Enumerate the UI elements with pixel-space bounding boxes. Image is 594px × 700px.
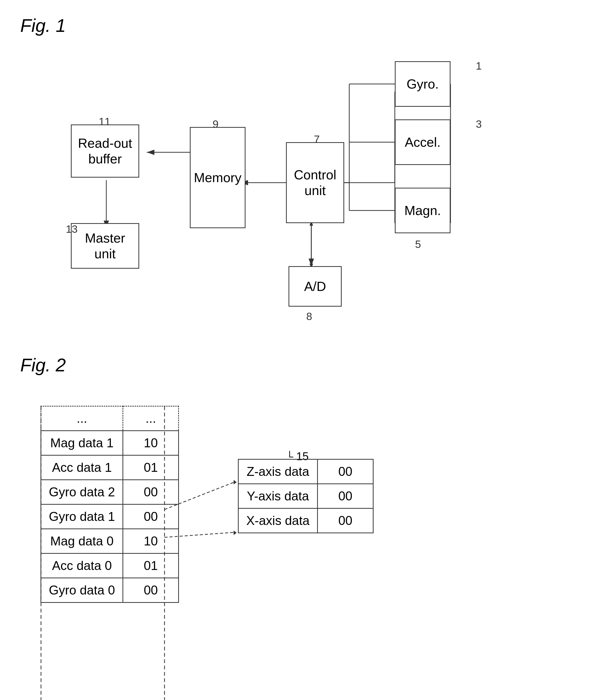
svg-marker-30	[234, 530, 237, 535]
magn-ref: 5	[415, 238, 421, 250]
ad-block: A/D	[289, 266, 342, 307]
table-row: X-axis data 00	[238, 509, 373, 533]
memory-table: ... ... Mag data 1 10 Acc data 1 01 Gyro…	[40, 406, 179, 603]
figure-1-label: Fig. 1	[20, 15, 574, 36]
figure-1: Gyro. 1 Accel. 3 Magn. 5 Control unit 7 …	[20, 46, 577, 324]
table-row: ... ...	[41, 406, 179, 431]
figure-2-label: Fig. 2	[20, 355, 574, 376]
accel-block: Accel.	[395, 119, 451, 165]
expand-table: Z-axis data 00 Y-axis data 00 X-axis dat…	[238, 459, 373, 533]
table-row: Acc data 1 01	[41, 455, 179, 480]
gyro-block: Gyro.	[395, 61, 451, 107]
readout-block: Read-out buffer	[71, 125, 139, 178]
table-row: Gyro data 0 00	[41, 578, 179, 603]
table-row: Mag data 0 10	[41, 529, 179, 554]
control-ref: 7	[314, 133, 320, 145]
table-row: Acc data 0 01	[41, 554, 179, 578]
control-block: Control unit	[286, 142, 344, 223]
figure-2: ... ... Mag data 1 10 Acc data 1 01 Gyro…	[20, 386, 577, 700]
svg-line-10	[337, 84, 395, 183]
readout-ref: 11	[99, 116, 110, 128]
table-row: Z-axis data 00	[238, 459, 373, 484]
memory-block: Memory	[190, 127, 245, 228]
svg-marker-28	[234, 480, 237, 485]
master-ref: 13	[66, 223, 78, 235]
gyro-ref: 1	[476, 60, 482, 72]
table-row: Mag data 1 10	[41, 431, 179, 455]
accel-ref: 3	[476, 118, 482, 130]
table-row: Y-axis data 00	[238, 484, 373, 509]
table-row: Gyro data 1 00	[41, 504, 179, 529]
ad-ref: 8	[306, 310, 312, 322]
magn-block: Magn.	[395, 188, 451, 233]
table-row: Gyro data 2 00	[41, 480, 179, 504]
memory-ref: 9	[212, 118, 219, 130]
master-block: Master unit	[71, 223, 139, 269]
